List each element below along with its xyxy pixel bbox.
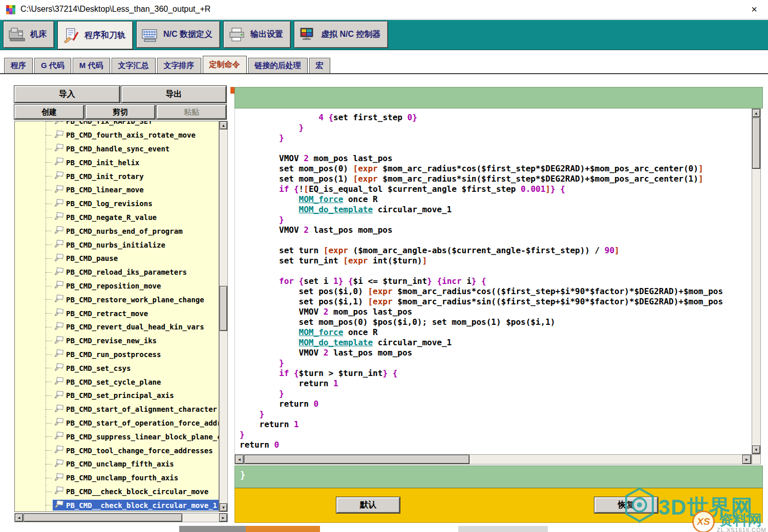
sub-tab[interactable]: G 代码 (34, 58, 71, 73)
tree-item[interactable]: PB_CMD_linear_move (15, 183, 219, 197)
tree-item-label: PB_CMD__check_block_circular_move (66, 487, 208, 496)
main-tab-label: 输出设置 (250, 29, 283, 40)
command-icon (54, 212, 63, 222)
editor-vertical-scrollbar[interactable]: ▲ ▼ (752, 108, 761, 454)
tree-hscroll-thumb[interactable] (24, 514, 182, 522)
tree-item-label: PB_CMD_log_revisions (66, 199, 153, 208)
tree-item[interactable]: PB_CMD_run_postprocess (15, 348, 219, 362)
tree-item-content: PB_CMD__check_block_circular_move (53, 486, 210, 497)
code-line: set pos($i,0) [expr $mom_arc_radius*cos(… (240, 286, 752, 297)
editor-scroll-left-icon[interactable]: ◄ (235, 455, 244, 464)
tree-vertical-scrollbar[interactable]: ▲ ▼ (219, 121, 228, 512)
tree-scroll-right-icon[interactable]: ► (219, 514, 227, 522)
tree-item-label: PB_CMD_tool_change_force_addresses (66, 447, 213, 455)
tree-item[interactable]: PB_CMD_revert_dual_head_kin_vars (15, 320, 219, 334)
tree-item[interactable]: PB_CMD_nurbs_end_of_program (15, 224, 219, 238)
import-button[interactable]: 导入 (14, 86, 120, 103)
code-line: return 0 (240, 440, 752, 450)
tree-item-label: PB_CMD_handle_sync_event (66, 145, 169, 153)
tree-item-label: PB_CMD_set_cycle_plane (66, 378, 161, 386)
tree-item[interactable]: PB_CMD__check_block_circular_move_1 (15, 498, 219, 512)
tree-item[interactable]: PB_CMD_start_of_alignment_character (15, 403, 219, 416)
command-tree[interactable]: PB_CMD_fix_RAPID_SETPB_CMD_fourth_axis_r… (14, 121, 219, 512)
tree-item-label: PB_CMD_init_helix (66, 159, 139, 167)
sub-tab[interactable]: M 代码 (73, 58, 110, 73)
restore-button[interactable]: 恢复 (594, 497, 658, 513)
editor-scroll-up-icon[interactable]: ▲ (752, 109, 760, 117)
tree-scroll-left-icon[interactable]: ◄ (15, 514, 23, 522)
tree-item[interactable]: PB_CMD_pause (15, 252, 219, 265)
tree-item[interactable]: PB_CMD_restore_work_plane_change (15, 293, 219, 306)
tree-item[interactable]: PB_CMD_init_rotary (15, 169, 219, 183)
main-tab-nc-data[interactable]: N/C 数据定义 (136, 21, 220, 48)
tree-item-label: PB_CMD_init_rotary (66, 172, 144, 181)
tree-item-label: PB_CMD_revert_dual_head_kin_vars (66, 323, 204, 331)
cut-button[interactable]: 剪切 (86, 105, 155, 119)
tree-item-label: PB_CMD_set_principal_axis (66, 391, 174, 400)
export-button[interactable]: 导出 (121, 86, 227, 103)
main-tab-machine[interactable]: 机床 (3, 21, 54, 48)
tree-item[interactable]: PB_CMD__check_block_circular_move (15, 485, 219, 499)
editor-hscroll-thumb[interactable] (244, 455, 470, 464)
editor-scroll-down-icon[interactable]: ▼ (752, 446, 760, 454)
tree-item[interactable]: PB_CMD_set_principal_axis (15, 389, 219, 403)
sub-tab[interactable]: 文字汇总 (112, 58, 156, 73)
proc-footer-brace: } (240, 470, 245, 480)
bottom-strip (0, 526, 768, 532)
sub-tab[interactable]: 文字排序 (157, 58, 201, 73)
code-editor[interactable]: 4 {set first_step 0} } } VMOV 2 mom_pos … (234, 108, 752, 454)
main-tab-output-settings[interactable]: 输出设置 (223, 21, 291, 48)
editor-scroll-thumb[interactable] (752, 118, 760, 169)
tree-item[interactable]: PB_CMD_fourth_axis_rotate_move (15, 128, 219, 142)
editor-horizontal-scrollbar[interactable]: ◄ ► (234, 454, 752, 464)
code-line: set mom_pos(0) [expr $mom_arc_radius*cos… (240, 164, 752, 174)
tree-item[interactable]: PB_CMD_unclamp_fourth_axis (15, 471, 219, 485)
main-toolbar: 机床程序和刀轨N/C 数据定义输出设置虚拟 N/C 控制器 (0, 20, 768, 50)
code-line: set turn_int [expr int($turn)] (240, 256, 752, 266)
tree-item-label: PB_CMD_reload_iks_parameters (66, 268, 187, 276)
tree-scroll-down-icon[interactable]: ▼ (220, 503, 227, 512)
tree-item-content: PB_CMD_unclamp_fourth_axis (53, 473, 180, 483)
tree-item[interactable]: PB_CMD_tool_change_force_addresses (15, 444, 219, 457)
tree-item[interactable]: PB_CMD_set_csys (15, 361, 219, 375)
bottom-strip-segment (179, 526, 246, 532)
code-line (240, 235, 752, 246)
code-line: if {$turn > $turn_int} { (240, 368, 752, 379)
tree-item[interactable]: PB_CMD_reposition_move (15, 279, 219, 293)
command-icon (54, 171, 63, 181)
editor-scroll-right-icon[interactable]: ► (742, 455, 751, 464)
close-button[interactable]: × (748, 3, 761, 16)
tree-item[interactable]: PB_CMD_fix_RAPID_SET (15, 121, 219, 128)
tree-item[interactable]: PB_CMD_nurbs_initialize (15, 238, 219, 252)
program-toolpath-icon (62, 28, 80, 43)
tree-item[interactable]: PB_CMD_retract_move (15, 306, 219, 320)
tree-item[interactable]: PB_CMD_reload_iks_parameters (15, 265, 219, 279)
tree-item[interactable]: PB_CMD_unclamp_fifth_axis (15, 457, 219, 471)
tree-item[interactable]: PB_CMD_suppress_linear_block_plane_c (15, 430, 219, 444)
default-button[interactable]: 默认 (336, 497, 400, 513)
tree-item[interactable]: PB_CMD_log_revisions (15, 197, 219, 211)
tree-item[interactable]: PB_CMD_negate_R_value (15, 211, 219, 225)
tree-horizontal-scrollbar[interactable]: ◄ ► (14, 513, 228, 522)
tree-item[interactable]: PB_CMD_start_of_operation_force_addr (15, 416, 219, 430)
main-tab-virtual-nc[interactable]: 虚拟 N/C 控制器 (294, 21, 388, 48)
tree-item-content: PB_CMD_reposition_move (53, 280, 162, 291)
create-button[interactable]: 创建 (14, 105, 84, 119)
code-line: } (240, 133, 752, 143)
tree-scroll-up-icon[interactable]: ▲ (220, 121, 227, 129)
sub-tab[interactable]: 程序 (4, 58, 33, 73)
tree-scroll-thumb[interactable] (220, 286, 227, 331)
tree-item[interactable]: PB_CMD_set_cycle_plane (15, 375, 219, 389)
sub-tab[interactable]: 宏 (309, 58, 330, 73)
sub-tab[interactable]: 定制命令 (203, 56, 247, 73)
tree-item[interactable]: PB_CMD_init_helix (15, 156, 219, 169)
main-tab-program-toolpath[interactable]: 程序和刀轨 (57, 21, 133, 50)
tree-item-content: PB_CMD_set_cycle_plane (53, 376, 162, 387)
command-icon (54, 226, 63, 236)
tree-item[interactable]: PB_CMD_handle_sync_event (15, 142, 219, 156)
code-line: for {set i 1} {$i <= $turn_int} {incr i}… (240, 276, 752, 286)
tree-item[interactable]: PB_CMD_revise_new_iks (15, 334, 219, 348)
command-icon (54, 121, 63, 126)
sub-tab[interactable]: 链接的后处理 (248, 58, 308, 73)
paste-button[interactable]: 粘贴 (157, 105, 226, 119)
